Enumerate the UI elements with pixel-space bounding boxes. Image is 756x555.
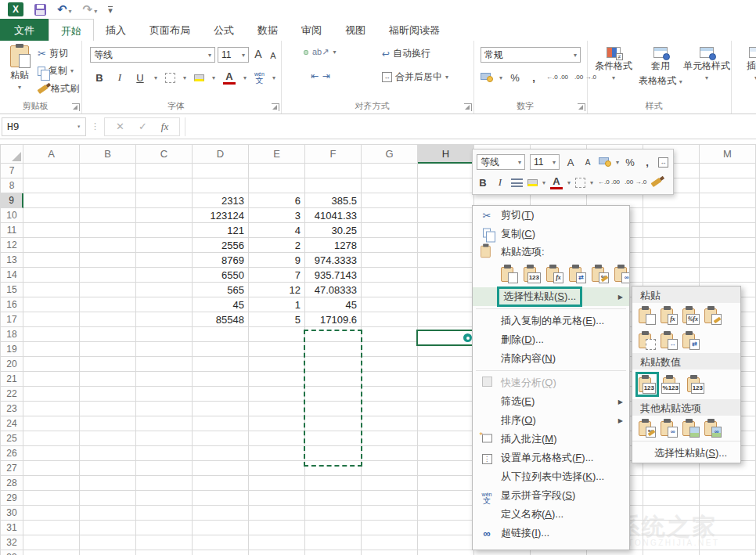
values-number-formatting-icon[interactable]: %123 (663, 375, 680, 394)
picture-icon[interactable] (682, 419, 700, 438)
font-size-combo[interactable]: 11▾ (218, 47, 249, 63)
formula-input[interactable] (185, 117, 756, 136)
tab-view[interactable]: 视图 (333, 19, 377, 41)
cell-D13[interactable]: 8769 (193, 253, 244, 268)
accounting-format-button[interactable] (481, 73, 493, 82)
paste-transpose-icon[interactable]: ⇄ (569, 265, 586, 283)
row-header-28[interactable]: 28 (0, 476, 23, 491)
row-header-26[interactable]: 26 (0, 446, 23, 461)
number-dialog-launcher[interactable] (578, 103, 585, 111)
mini-font-color-button[interactable]: A (550, 175, 563, 189)
mini-borders-button[interactable] (575, 178, 585, 188)
column-header-A[interactable]: A (23, 144, 80, 164)
paste-formatting-icon[interactable]: % (592, 265, 609, 283)
tab-foxit-reader[interactable]: 福昕阅读器 (377, 19, 452, 41)
paste-icon[interactable] (639, 306, 656, 325)
shrink-font-button[interactable]: A (267, 49, 279, 63)
menu-item-delete[interactable]: 删除(D)... (473, 330, 629, 349)
row-header-7[interactable]: 7 (0, 164, 23, 178)
borders-button[interactable] (165, 73, 175, 83)
paste-formulas-icon[interactable]: fx (661, 306, 678, 325)
row-header-27[interactable]: 27 (0, 461, 23, 476)
mini-bold-button[interactable]: B (477, 175, 489, 189)
enter-icon[interactable]: ✓ (139, 121, 147, 132)
tab-file[interactable]: 文件 (0, 19, 49, 41)
align-bottom-button[interactable] (304, 50, 308, 55)
cell-E16[interactable]: 1 (249, 297, 301, 312)
cell-D14[interactable]: 6550 (193, 268, 244, 283)
menu-item-format-cells[interactable]: ⋮设置单元格格式(F)... (473, 449, 629, 467)
column-header-C[interactable]: C (136, 144, 193, 164)
paste-button[interactable]: 粘贴 ▾ (6, 45, 33, 91)
mini-grow-font-button[interactable]: A (564, 155, 577, 169)
align-right-button[interactable] (304, 74, 307, 77)
mini-comma-button[interactable]: , (641, 155, 653, 169)
cell-F13[interactable]: 974.3333 (305, 253, 357, 268)
customize-toolbar-icon[interactable]: ▾ (108, 6, 113, 13)
phonetic-button[interactable]: wén文 (254, 71, 265, 85)
cell-E13[interactable]: 9 (249, 253, 301, 268)
menu-item-pick-from-list[interactable]: 从下拉列表中选择(K)... (473, 467, 629, 486)
grow-font-button[interactable]: A (252, 47, 265, 61)
tab-data[interactable]: 数据 (246, 19, 290, 41)
mini-font-name-combo[interactable]: 等线▾ (477, 154, 525, 170)
menu-item-clear-contents[interactable]: 清除内容(N) (473, 349, 629, 368)
cell-E10[interactable]: 3 (249, 208, 301, 223)
menu-item-insert-copied-cells[interactable]: 插入复制的单元格(E)... (473, 312, 629, 330)
cell-E11[interactable]: 4 (249, 223, 301, 238)
row-header-20[interactable]: 20 (0, 357, 23, 372)
row-header-13[interactable]: 13 (0, 253, 23, 268)
row-header-31[interactable]: 31 (0, 521, 23, 535)
values-source-formatting-icon[interactable]: 123 (687, 375, 704, 394)
row-header-10[interactable]: 10 (0, 208, 23, 223)
cell-E9[interactable]: 6 (249, 193, 301, 208)
increase-indent-button[interactable]: ⇥ (322, 70, 330, 81)
paste-formulas-icon[interactable]: fx (546, 265, 563, 283)
row-header-24[interactable]: 24 (0, 416, 23, 431)
row-header-23[interactable]: 23 (0, 402, 23, 416)
row-header-25[interactable]: 25 (0, 431, 23, 446)
row-header-15[interactable]: 15 (0, 283, 23, 297)
underline-button[interactable]: U (134, 70, 146, 85)
mini-italic-button[interactable]: I (494, 175, 506, 189)
insert-function-icon[interactable]: fx (161, 121, 168, 133)
tab-formulas[interactable]: 公式 (202, 19, 246, 41)
cell-D11[interactable]: 121 (193, 223, 244, 238)
redo-button[interactable]: ↷▾ (83, 2, 98, 16)
conditional-formatting-button[interactable]: 条件格式▾ (591, 47, 636, 81)
percent-style-button[interactable]: % (509, 70, 521, 85)
no-borders-icon[interactable] (639, 331, 656, 350)
column-header-D[interactable]: D (193, 144, 249, 164)
mini-fill-color-button[interactable] (527, 179, 538, 186)
menu-item-copy[interactable]: 复制(C) (473, 225, 629, 243)
menu-item-filter[interactable]: 筛选(E)▶ (473, 392, 629, 411)
undo-button[interactable]: ↶▾ (57, 2, 72, 16)
row-header-14[interactable]: 14 (0, 268, 23, 283)
select-all-corner[interactable] (0, 144, 23, 164)
cell-F9[interactable]: 385.5 (305, 193, 357, 208)
formatting-icon[interactable]: % (639, 419, 656, 438)
font-name-combo[interactable]: 等线▾ (90, 47, 215, 63)
cell-D16[interactable]: 45 (193, 297, 244, 312)
column-header-H[interactable]: H (418, 144, 474, 164)
clipboard-dialog-launcher[interactable] (72, 103, 80, 111)
cell-E14[interactable]: 7 (249, 268, 301, 283)
mini-center-align-button[interactable] (511, 178, 523, 187)
mini-merge-center-button[interactable]: ↔ (658, 157, 668, 168)
cell-F11[interactable]: 30.25 (305, 223, 357, 238)
decrease-indent-button[interactable]: ⇤ (311, 70, 319, 81)
font-color-button[interactable]: A (223, 70, 236, 85)
orientation-button[interactable]: ab↗ (312, 47, 329, 57)
copy-button[interactable]: 复制▾ (38, 64, 74, 77)
cell-D17[interactable]: 85548 (193, 312, 244, 327)
transpose-icon[interactable]: ⇄ (682, 331, 700, 350)
column-header-B[interactable]: B (80, 144, 136, 164)
row-header-21[interactable]: 21 (0, 372, 23, 387)
paste-link-icon[interactable]: ∞ (614, 265, 630, 283)
align-top-button[interactable] (290, 51, 293, 54)
row-header-9[interactable]: 9 (0, 193, 23, 208)
cell-D15[interactable]: 565 (193, 283, 244, 297)
row-header-12[interactable]: 12 (0, 238, 23, 253)
comma-style-button[interactable]: , (527, 70, 540, 85)
format-painter-button[interactable]: 格式刷 (38, 82, 79, 96)
